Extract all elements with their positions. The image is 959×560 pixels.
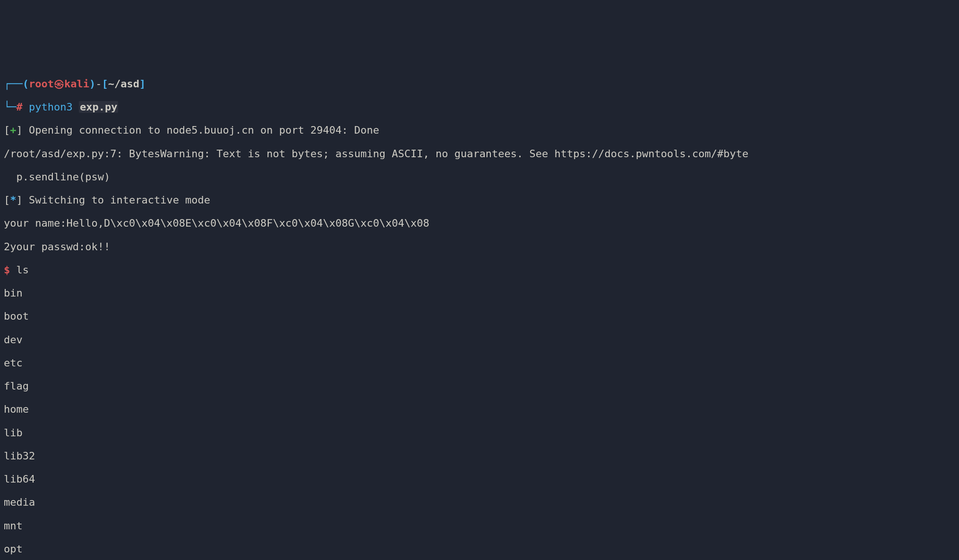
plus-icon: + xyxy=(10,124,16,136)
list-item: lib64 xyxy=(4,474,955,485)
paren-left: ( xyxy=(23,78,29,90)
bracket-right: ] xyxy=(139,78,146,90)
skull-icon: ㉿ xyxy=(54,78,64,90)
paren-right: ) xyxy=(89,78,95,90)
shell-ls[interactable]: $ ls xyxy=(4,264,955,276)
box-corner: ┌── xyxy=(4,78,23,90)
list-item: lib xyxy=(4,427,955,439)
open-conn-text: ] Opening connection to node5.buuoj.cn o… xyxy=(17,124,379,136)
list-item: mnt xyxy=(4,520,955,532)
output-passwd: 2your passwd:ok!! xyxy=(4,241,955,253)
list-item: dev xyxy=(4,334,955,346)
prompt-line-2: └─# python3 exp.py xyxy=(4,102,955,113)
prompt-host: kali xyxy=(64,78,89,90)
dash: - xyxy=(95,78,102,90)
cmd-ls: ls xyxy=(17,264,29,276)
prompt-hash: # xyxy=(17,101,23,113)
bracket-left: [ xyxy=(102,78,108,90)
list-item: flag xyxy=(4,381,955,392)
list-item: bin xyxy=(4,288,955,299)
dollar-prompt: $ xyxy=(4,264,10,276)
prompt-user: root xyxy=(29,78,54,90)
bracket: [ xyxy=(4,124,10,136)
list-item: opt xyxy=(4,543,955,555)
list-item: lib32 xyxy=(4,450,955,462)
list-item: boot xyxy=(4,311,955,322)
bracket: [ xyxy=(4,194,10,206)
command-python3: python3 xyxy=(29,101,73,113)
box-bottom: └─ xyxy=(4,101,17,113)
list-item: home xyxy=(4,404,955,416)
list-item: etc xyxy=(4,357,955,369)
output-warning-src: p.sendline(psw) xyxy=(4,171,955,183)
output-warning: /root/asd/exp.py:7: BytesWarning: Text i… xyxy=(4,148,955,160)
prompt-cwd: ~/asd xyxy=(108,78,139,90)
star-icon: * xyxy=(10,194,16,206)
output-switch-mode: [*] Switching to interactive mode xyxy=(4,195,955,206)
output-open-conn: [+] Opening connection to node5.buuoj.cn… xyxy=(4,125,955,136)
prompt-line-1: ┌──(root㉿kali)-[~/asd] xyxy=(4,78,955,90)
terminal-window[interactable]: ┌──(root㉿kali)-[~/asd] └─# python3 exp.p… xyxy=(0,58,959,560)
switch-text: ] Switching to interactive mode xyxy=(17,194,211,206)
output-name: your name:Hello,D\xc0\x04\x08E\xc0\x04\x… xyxy=(4,218,955,229)
command-arg: exp.py xyxy=(79,101,118,113)
list-item: media xyxy=(4,497,955,509)
